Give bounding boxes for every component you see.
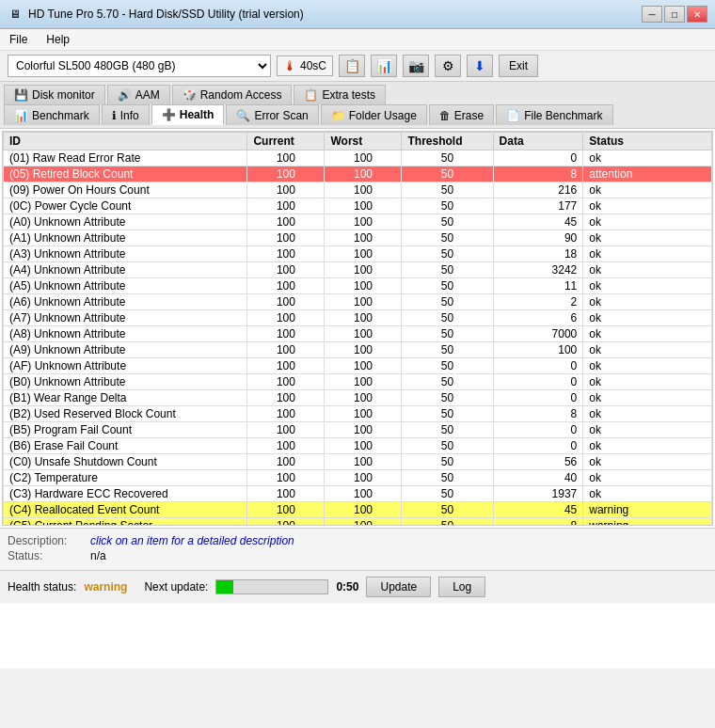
cell-status: ok (583, 262, 712, 278)
table-row[interactable]: (09) Power On Hours Count 100 100 50 216… (4, 182, 712, 198)
table-row[interactable]: (A0) Unknown Attribute 100 100 50 45 ok (4, 214, 712, 230)
cell-id: (C0) Unsafe Shutdown Count (4, 454, 247, 470)
health-icon: ➕ (162, 108, 176, 121)
table-row[interactable]: (05) Retired Block Count 100 100 50 8 at… (4, 166, 712, 182)
cell-id: (05) Retired Block Count (4, 166, 247, 182)
minimize-button[interactable]: ─ (642, 6, 662, 23)
tab-erase-label: Erase (454, 109, 484, 122)
table-row[interactable]: (B0) Unknown Attribute 100 100 50 0 ok (4, 374, 712, 390)
table-row[interactable]: (AF) Unknown Attribute 100 100 50 0 ok (4, 358, 712, 374)
drive-selector[interactable]: Colorful SL500 480GB (480 gB) (8, 55, 271, 77)
table-row[interactable]: (C2) Temperature 100 100 50 40 ok (4, 470, 712, 486)
table-row[interactable]: (A1) Unknown Attribute 100 100 50 90 ok (4, 230, 712, 246)
aam-icon: 🔊 (118, 88, 132, 102)
tab-folder-usage[interactable]: 📁 Folder Usage (321, 104, 427, 125)
tab-benchmark[interactable]: 📊 Benchmark (4, 104, 100, 125)
cell-id: (C2) Temperature (4, 470, 247, 486)
tab-extra-tests[interactable]: 📋 Extra tests (294, 85, 386, 104)
title-bar: 🖥 HD Tune Pro 5.70 - Hard Disk/SSD Utili… (0, 0, 715, 29)
table-row[interactable]: (A3) Unknown Attribute 100 100 50 18 ok (4, 246, 712, 262)
cell-id: (B1) Wear Range Delta (4, 390, 247, 406)
close-button[interactable]: ✕ (687, 6, 707, 23)
tab-row-1: 💾 Disk monitor 🔊 AAM 🎲 Random Access 📋 E… (0, 82, 715, 104)
temperature-display: 🌡 40sC (277, 55, 333, 76)
cell-data: 3242 (493, 262, 583, 278)
tab-health[interactable]: ➕ Health (151, 104, 225, 125)
table-row[interactable]: (B2) Used Reserved Block Count 100 100 5… (4, 406, 712, 422)
tab-file-benchmark[interactable]: 📄 File Benchmark (496, 104, 612, 125)
table-row[interactable]: (01) Raw Read Error Rate 100 100 50 0 ok (4, 150, 712, 166)
cell-status: ok (583, 358, 712, 374)
table-row[interactable]: (0C) Power Cycle Count 100 100 50 177 ok (4, 198, 712, 214)
table-row[interactable]: (C4) Reallocated Event Count 100 100 50 … (4, 502, 712, 518)
table-row[interactable]: (A6) Unknown Attribute 100 100 50 2 ok (4, 294, 712, 310)
main-content: ID Current Worst Threshold Data Status (… (0, 129, 715, 669)
tab-aam[interactable]: 🔊 AAM (107, 85, 170, 104)
cell-current: 100 (247, 310, 325, 326)
table-row[interactable]: (B1) Wear Range Delta 100 100 50 0 ok (4, 390, 712, 406)
tab-erase[interactable]: 🗑 Erase (429, 104, 494, 125)
cell-status: ok (583, 470, 712, 486)
maximize-button[interactable]: □ (664, 6, 685, 23)
cell-worst: 100 (325, 390, 402, 406)
table-row[interactable]: (C0) Unsafe Shutdown Count 100 100 50 56… (4, 454, 712, 470)
download-button[interactable]: ⬇ (467, 55, 493, 77)
cell-threshold: 50 (402, 374, 493, 390)
health-table-wrapper[interactable]: ID Current Worst Threshold Data Status (… (2, 131, 713, 526)
window-controls: ─ □ ✕ (642, 6, 707, 23)
cell-status: ok (583, 294, 712, 310)
cell-worst: 100 (325, 150, 402, 166)
table-row[interactable]: (A9) Unknown Attribute 100 100 50 100 ok (4, 342, 712, 358)
cell-id: (A8) Unknown Attribute (4, 326, 247, 342)
next-update-label: Next update: (144, 580, 208, 593)
description-label: Description: (8, 534, 83, 547)
info-button-2[interactable]: 📊 (371, 55, 397, 77)
cell-worst: 100 (325, 246, 402, 262)
table-row[interactable]: (B6) Erase Fail Count 100 100 50 0 ok (4, 438, 712, 454)
cell-id: (B6) Erase Fail Count (4, 438, 247, 454)
table-row[interactable]: (A8) Unknown Attribute 100 100 50 7000 o… (4, 326, 712, 342)
settings-button[interactable]: ⚙ (435, 55, 461, 77)
file-benchmark-icon: 📄 (506, 109, 520, 122)
tab-info[interactable]: ℹ Info (102, 104, 150, 125)
table-row[interactable]: (C3) Hardware ECC Recovered 100 100 50 1… (4, 486, 712, 502)
tab-random-access[interactable]: 🎲 Random Access (172, 85, 293, 104)
window-title: HD Tune Pro 5.70 - Hard Disk/SSD Utility… (28, 8, 304, 21)
info-button-1[interactable]: 📋 (339, 55, 365, 77)
health-status-label: Health status: (8, 580, 76, 593)
table-row[interactable]: (C5) Current Pending Sector 100 100 50 8… (4, 518, 712, 527)
cell-threshold: 50 (402, 438, 493, 454)
cell-id: (B0) Unknown Attribute (4, 374, 247, 390)
cell-status: ok (583, 246, 712, 262)
log-button[interactable]: Log (438, 577, 485, 597)
table-row[interactable]: (A7) Unknown Attribute 100 100 50 6 ok (4, 310, 712, 326)
tab-folder-usage-label: Folder Usage (349, 109, 417, 122)
tab-random-access-label: Random Access (200, 88, 282, 102)
cell-current: 100 (247, 406, 325, 422)
cell-id: (A0) Unknown Attribute (4, 214, 247, 230)
table-row[interactable]: (B5) Program Fail Count 100 100 50 0 ok (4, 422, 712, 438)
cell-worst: 100 (325, 470, 402, 486)
tab-error-scan[interactable]: 🔍 Error Scan (226, 104, 318, 125)
table-row[interactable]: (A5) Unknown Attribute 100 100 50 11 ok (4, 278, 712, 294)
cell-current: 100 (247, 470, 325, 486)
cell-worst: 100 (325, 518, 402, 527)
health-table: ID Current Worst Threshold Data Status (… (3, 132, 712, 526)
exit-button[interactable]: Exit (499, 55, 538, 77)
camera-button[interactable]: 📷 (403, 55, 429, 77)
cell-status: ok (583, 438, 712, 454)
tab-disk-monitor[interactable]: 💾 Disk monitor (4, 85, 105, 104)
update-button[interactable]: Update (366, 577, 431, 597)
cell-threshold: 50 (402, 390, 493, 406)
cell-data: 7000 (493, 326, 583, 342)
cell-threshold: 50 (402, 182, 493, 198)
menu-file[interactable]: File (4, 31, 33, 48)
cell-status: ok (583, 214, 712, 230)
cell-id: (B2) Used Reserved Block Count (4, 406, 247, 422)
table-row[interactable]: (A4) Unknown Attribute 100 100 50 3242 o… (4, 262, 712, 278)
cell-threshold: 50 (402, 310, 493, 326)
menu-help[interactable]: Help (40, 31, 75, 48)
cell-worst: 100 (325, 214, 402, 230)
header-threshold: Threshold (402, 133, 493, 150)
cell-data: 0 (493, 390, 583, 406)
